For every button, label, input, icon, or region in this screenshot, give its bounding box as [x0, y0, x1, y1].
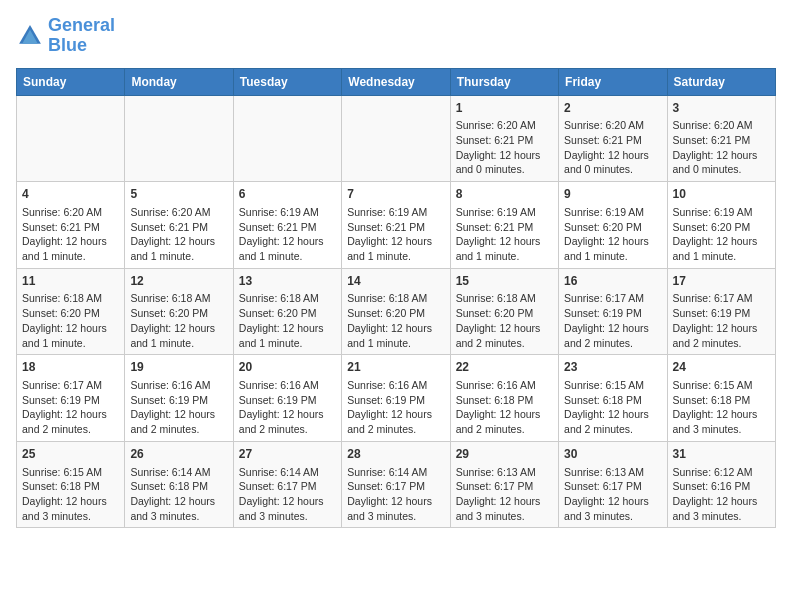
calendar-cell — [125, 95, 233, 182]
day-info: Sunrise: 6:18 AM Sunset: 6:20 PM Dayligh… — [239, 291, 336, 350]
calendar-header-row: SundayMondayTuesdayWednesdayThursdayFrid… — [17, 68, 776, 95]
day-info: Sunrise: 6:20 AM Sunset: 6:21 PM Dayligh… — [130, 205, 227, 264]
day-number: 29 — [456, 446, 553, 463]
day-info: Sunrise: 6:15 AM Sunset: 6:18 PM Dayligh… — [564, 378, 661, 437]
day-number: 3 — [673, 100, 770, 117]
logo-text: General Blue — [48, 16, 115, 56]
logo: General Blue — [16, 16, 115, 56]
day-number: 6 — [239, 186, 336, 203]
day-number: 12 — [130, 273, 227, 290]
calendar-cell: 29Sunrise: 6:13 AM Sunset: 6:17 PM Dayli… — [450, 441, 558, 528]
day-number: 7 — [347, 186, 444, 203]
day-info: Sunrise: 6:16 AM Sunset: 6:18 PM Dayligh… — [456, 378, 553, 437]
day-info: Sunrise: 6:19 AM Sunset: 6:21 PM Dayligh… — [239, 205, 336, 264]
week-row-2: 4Sunrise: 6:20 AM Sunset: 6:21 PM Daylig… — [17, 182, 776, 269]
calendar-cell: 6Sunrise: 6:19 AM Sunset: 6:21 PM Daylig… — [233, 182, 341, 269]
calendar-cell: 21Sunrise: 6:16 AM Sunset: 6:19 PM Dayli… — [342, 355, 450, 442]
day-number: 4 — [22, 186, 119, 203]
day-info: Sunrise: 6:13 AM Sunset: 6:17 PM Dayligh… — [564, 465, 661, 524]
calendar-cell: 31Sunrise: 6:12 AM Sunset: 6:16 PM Dayli… — [667, 441, 775, 528]
calendar-cell: 1Sunrise: 6:20 AM Sunset: 6:21 PM Daylig… — [450, 95, 558, 182]
header-saturday: Saturday — [667, 68, 775, 95]
calendar-cell — [17, 95, 125, 182]
day-number: 24 — [673, 359, 770, 376]
day-number: 17 — [673, 273, 770, 290]
day-info: Sunrise: 6:16 AM Sunset: 6:19 PM Dayligh… — [347, 378, 444, 437]
day-info: Sunrise: 6:17 AM Sunset: 6:19 PM Dayligh… — [22, 378, 119, 437]
calendar-cell: 22Sunrise: 6:16 AM Sunset: 6:18 PM Dayli… — [450, 355, 558, 442]
calendar-cell: 15Sunrise: 6:18 AM Sunset: 6:20 PM Dayli… — [450, 268, 558, 355]
day-number: 15 — [456, 273, 553, 290]
calendar-cell: 2Sunrise: 6:20 AM Sunset: 6:21 PM Daylig… — [559, 95, 667, 182]
calendar-cell: 12Sunrise: 6:18 AM Sunset: 6:20 PM Dayli… — [125, 268, 233, 355]
day-info: Sunrise: 6:14 AM Sunset: 6:17 PM Dayligh… — [239, 465, 336, 524]
calendar-cell: 5Sunrise: 6:20 AM Sunset: 6:21 PM Daylig… — [125, 182, 233, 269]
day-number: 22 — [456, 359, 553, 376]
day-info: Sunrise: 6:18 AM Sunset: 6:20 PM Dayligh… — [130, 291, 227, 350]
day-info: Sunrise: 6:19 AM Sunset: 6:21 PM Dayligh… — [456, 205, 553, 264]
calendar-cell: 9Sunrise: 6:19 AM Sunset: 6:20 PM Daylig… — [559, 182, 667, 269]
day-info: Sunrise: 6:19 AM Sunset: 6:20 PM Dayligh… — [564, 205, 661, 264]
calendar-cell: 30Sunrise: 6:13 AM Sunset: 6:17 PM Dayli… — [559, 441, 667, 528]
calendar-cell: 28Sunrise: 6:14 AM Sunset: 6:17 PM Dayli… — [342, 441, 450, 528]
calendar-cell: 20Sunrise: 6:16 AM Sunset: 6:19 PM Dayli… — [233, 355, 341, 442]
day-number: 11 — [22, 273, 119, 290]
calendar-cell: 19Sunrise: 6:16 AM Sunset: 6:19 PM Dayli… — [125, 355, 233, 442]
day-number: 18 — [22, 359, 119, 376]
day-number: 21 — [347, 359, 444, 376]
day-number: 27 — [239, 446, 336, 463]
day-info: Sunrise: 6:14 AM Sunset: 6:17 PM Dayligh… — [347, 465, 444, 524]
day-number: 1 — [456, 100, 553, 117]
day-number: 2 — [564, 100, 661, 117]
header-sunday: Sunday — [17, 68, 125, 95]
calendar-cell: 8Sunrise: 6:19 AM Sunset: 6:21 PM Daylig… — [450, 182, 558, 269]
calendar-cell: 23Sunrise: 6:15 AM Sunset: 6:18 PM Dayli… — [559, 355, 667, 442]
day-info: Sunrise: 6:15 AM Sunset: 6:18 PM Dayligh… — [22, 465, 119, 524]
day-info: Sunrise: 6:15 AM Sunset: 6:18 PM Dayligh… — [673, 378, 770, 437]
day-info: Sunrise: 6:18 AM Sunset: 6:20 PM Dayligh… — [22, 291, 119, 350]
day-info: Sunrise: 6:20 AM Sunset: 6:21 PM Dayligh… — [456, 118, 553, 177]
logo-icon — [16, 22, 44, 50]
day-info: Sunrise: 6:20 AM Sunset: 6:21 PM Dayligh… — [22, 205, 119, 264]
calendar-cell: 14Sunrise: 6:18 AM Sunset: 6:20 PM Dayli… — [342, 268, 450, 355]
day-number: 20 — [239, 359, 336, 376]
day-info: Sunrise: 6:18 AM Sunset: 6:20 PM Dayligh… — [347, 291, 444, 350]
header-monday: Monday — [125, 68, 233, 95]
day-info: Sunrise: 6:16 AM Sunset: 6:19 PM Dayligh… — [239, 378, 336, 437]
day-number: 9 — [564, 186, 661, 203]
day-number: 19 — [130, 359, 227, 376]
header-tuesday: Tuesday — [233, 68, 341, 95]
calendar-cell: 25Sunrise: 6:15 AM Sunset: 6:18 PM Dayli… — [17, 441, 125, 528]
day-info: Sunrise: 6:19 AM Sunset: 6:21 PM Dayligh… — [347, 205, 444, 264]
calendar-cell: 16Sunrise: 6:17 AM Sunset: 6:19 PM Dayli… — [559, 268, 667, 355]
calendar-cell: 7Sunrise: 6:19 AM Sunset: 6:21 PM Daylig… — [342, 182, 450, 269]
calendar-cell: 27Sunrise: 6:14 AM Sunset: 6:17 PM Dayli… — [233, 441, 341, 528]
day-info: Sunrise: 6:14 AM Sunset: 6:18 PM Dayligh… — [130, 465, 227, 524]
day-number: 26 — [130, 446, 227, 463]
week-row-3: 11Sunrise: 6:18 AM Sunset: 6:20 PM Dayli… — [17, 268, 776, 355]
calendar-cell: 11Sunrise: 6:18 AM Sunset: 6:20 PM Dayli… — [17, 268, 125, 355]
day-info: Sunrise: 6:17 AM Sunset: 6:19 PM Dayligh… — [673, 291, 770, 350]
page-header: General Blue — [16, 16, 776, 56]
day-number: 14 — [347, 273, 444, 290]
calendar-table: SundayMondayTuesdayWednesdayThursdayFrid… — [16, 68, 776, 529]
calendar-cell — [342, 95, 450, 182]
day-info: Sunrise: 6:12 AM Sunset: 6:16 PM Dayligh… — [673, 465, 770, 524]
day-number: 25 — [22, 446, 119, 463]
day-number: 10 — [673, 186, 770, 203]
day-number: 30 — [564, 446, 661, 463]
day-number: 31 — [673, 446, 770, 463]
day-number: 13 — [239, 273, 336, 290]
header-friday: Friday — [559, 68, 667, 95]
calendar-cell: 3Sunrise: 6:20 AM Sunset: 6:21 PM Daylig… — [667, 95, 775, 182]
day-info: Sunrise: 6:13 AM Sunset: 6:17 PM Dayligh… — [456, 465, 553, 524]
week-row-5: 25Sunrise: 6:15 AM Sunset: 6:18 PM Dayli… — [17, 441, 776, 528]
calendar-cell: 13Sunrise: 6:18 AM Sunset: 6:20 PM Dayli… — [233, 268, 341, 355]
day-number: 8 — [456, 186, 553, 203]
day-info: Sunrise: 6:19 AM Sunset: 6:20 PM Dayligh… — [673, 205, 770, 264]
calendar-cell — [233, 95, 341, 182]
day-info: Sunrise: 6:17 AM Sunset: 6:19 PM Dayligh… — [564, 291, 661, 350]
calendar-cell: 4Sunrise: 6:20 AM Sunset: 6:21 PM Daylig… — [17, 182, 125, 269]
calendar-cell: 17Sunrise: 6:17 AM Sunset: 6:19 PM Dayli… — [667, 268, 775, 355]
day-info: Sunrise: 6:16 AM Sunset: 6:19 PM Dayligh… — [130, 378, 227, 437]
